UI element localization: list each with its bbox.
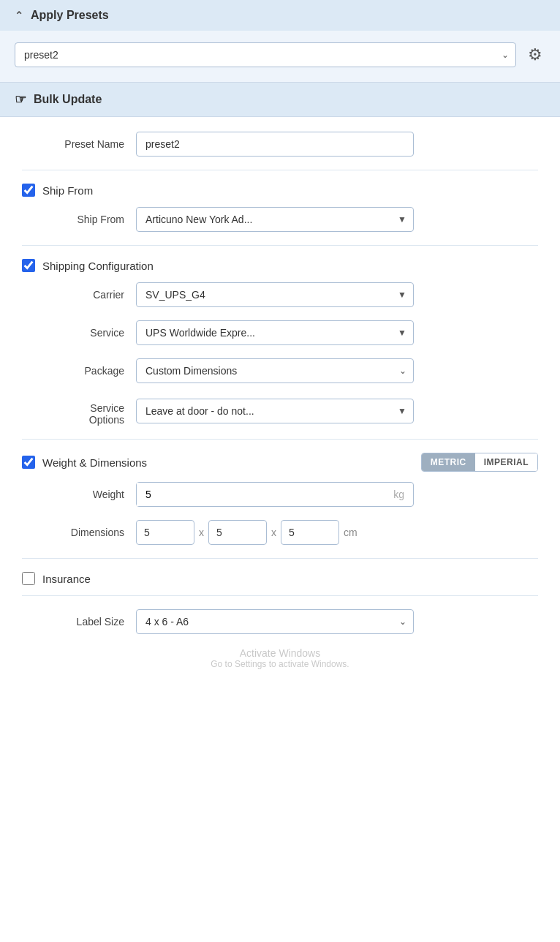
package-select[interactable]: Custom Dimensions — [136, 358, 414, 383]
weight-label: Weight — [22, 489, 124, 500]
shipping-config-section-row: Shipping Configuration — [22, 259, 538, 272]
preset-name-input[interactable] — [136, 132, 414, 157]
service-row: Service UPS Worldwide Expre... ▼ — [22, 320, 538, 345]
label-size-label: Label Size — [22, 616, 124, 628]
label-size-select[interactable]: 4 x 6 - A6 — [136, 609, 414, 634]
preset-name-row: Preset Name — [22, 132, 538, 157]
package-select-wrapper: Custom Dimensions ⌄ — [136, 358, 414, 383]
apply-presets-header[interactable]: ⌃ Apply Presets — [0, 0, 560, 31]
weight-dim-section-row: Weight & Dimensions METRIC IMPERIAL — [22, 453, 538, 472]
preset-select[interactable]: preset2 preset1 preset3 — [15, 42, 516, 67]
insurance-label: Insurance — [42, 573, 91, 585]
label-size-select-wrapper: 4 x 6 - A6 ⌄ — [136, 609, 414, 634]
service-options-label: ServiceOptions — [22, 396, 124, 426]
ship-from-field-label: Ship From — [22, 214, 124, 225]
gear-button[interactable]: ⚙ — [525, 42, 545, 67]
divider-1 — [22, 170, 538, 170]
shipping-config-label: Shipping Configuration — [42, 260, 154, 272]
activate-line-1: Activate Windows — [22, 647, 538, 659]
divider-5 — [22, 595, 538, 596]
service-options-select-wrapper: Leave at door - do not... ▼ — [136, 399, 414, 423]
ship-from-section-label: Ship From — [42, 184, 93, 197]
service-options-select[interactable]: Leave at door - do not... — [136, 399, 414, 423]
insurance-checkbox[interactable] — [22, 572, 35, 585]
bulk-update-body: Preset Name Ship From Ship From Articuno… — [0, 117, 560, 684]
weight-dim-label: Weight & Dimensions — [42, 456, 147, 469]
bulk-update-title: Bulk Update — [34, 93, 102, 106]
ship-from-checkbox[interactable] — [22, 184, 35, 197]
service-select-wrapper: UPS Worldwide Expre... ▼ — [136, 320, 414, 345]
apply-presets-section: ⌃ Apply Presets preset2 preset1 preset3 … — [0, 0, 560, 83]
dimensions-label: Dimensions — [22, 527, 124, 538]
metric-imperial-toggle: METRIC IMPERIAL — [421, 453, 538, 472]
service-options-row: ServiceOptions Leave at door - do not...… — [22, 396, 538, 426]
dim-unit: cm — [344, 527, 362, 538]
shipping-config-checkbox[interactable] — [22, 259, 35, 272]
metric-button[interactable]: METRIC — [422, 453, 475, 471]
x-separator-2: x — [271, 527, 276, 538]
weight-input-wrapper: kg — [136, 482, 414, 507]
package-label: Package — [22, 365, 124, 377]
dim-z-input[interactable] — [281, 520, 339, 545]
ship-from-section-row: Ship From — [22, 184, 538, 197]
carrier-row: Carrier SV_UPS_G4 ▼ — [22, 282, 538, 307]
imperial-button[interactable]: IMPERIAL — [475, 453, 537, 471]
ship-from-select[interactable]: Articuno New York Ad... — [136, 207, 414, 232]
bulk-update-header[interactable]: ☞ Bulk Update — [0, 83, 560, 117]
carrier-select-wrapper: SV_UPS_G4 ▼ — [136, 282, 414, 307]
weight-input[interactable] — [137, 483, 393, 506]
activate-windows-watermark: Activate Windows Go to Settings to activ… — [22, 647, 538, 669]
weight-dim-checkbox[interactable] — [22, 456, 35, 469]
service-select[interactable]: UPS Worldwide Expre... — [136, 320, 414, 345]
preset-name-label: Preset Name — [22, 138, 124, 150]
carrier-label: Carrier — [22, 289, 124, 301]
divider-2 — [22, 245, 538, 246]
gear-icon: ⚙ — [528, 45, 542, 64]
apply-presets-chevron: ⌃ — [15, 10, 23, 21]
divider-3 — [22, 439, 538, 440]
x-separator-1: x — [199, 527, 204, 538]
dim-row: x x cm — [136, 520, 414, 545]
package-row: Package Custom Dimensions ⌄ — [22, 358, 538, 383]
apply-presets-title: Apply Presets — [31, 9, 109, 22]
cursor-icon: ☞ — [15, 91, 26, 108]
activate-line-2: Go to Settings to activate Windows. — [22, 659, 538, 669]
dim-y-input[interactable] — [208, 520, 267, 545]
apply-presets-body: preset2 preset1 preset3 ⌄ ⚙ — [0, 31, 560, 83]
weight-row: Weight kg — [22, 482, 538, 507]
dim-x-input[interactable] — [136, 520, 194, 545]
preset-select-wrapper: preset2 preset1 preset3 ⌄ — [15, 42, 516, 67]
divider-4 — [22, 558, 538, 559]
label-size-row: Label Size 4 x 6 - A6 ⌄ — [22, 609, 538, 634]
insurance-section-row: Insurance — [22, 572, 538, 585]
ship-from-row: Ship From Articuno New York Ad... ▼ — [22, 207, 538, 232]
dimensions-row: Dimensions x x cm — [22, 520, 538, 545]
bulk-update-section: ☞ Bulk Update Preset Name Ship From Ship… — [0, 83, 560, 684]
ship-from-select-wrapper: Articuno New York Ad... ▼ — [136, 207, 414, 232]
weight-unit: kg — [393, 489, 413, 500]
service-label: Service — [22, 327, 124, 339]
carrier-select[interactable]: SV_UPS_G4 — [136, 282, 414, 307]
